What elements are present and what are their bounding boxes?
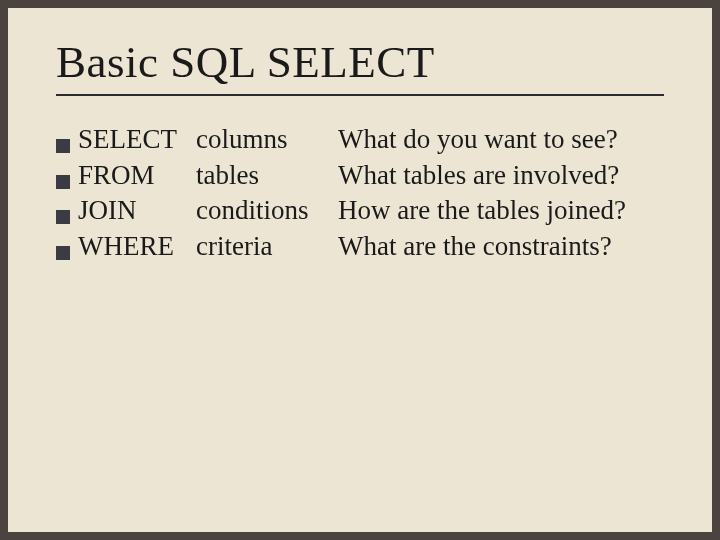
sql-description: What tables are involved? xyxy=(338,158,664,194)
square-bullet-icon xyxy=(56,175,70,189)
square-bullet-icon xyxy=(56,246,70,260)
list-item: JOIN conditions How are the tables joine… xyxy=(56,193,664,229)
sql-argument: conditions xyxy=(196,193,338,229)
sql-argument: tables xyxy=(196,158,338,194)
slide-title: Basic SQL SELECT xyxy=(56,36,664,88)
sql-keyword: JOIN xyxy=(78,193,196,229)
list-item: WHERE criteria What are the constraints? xyxy=(56,229,664,265)
sql-argument: criteria xyxy=(196,229,338,265)
sql-description: How are the tables joined? xyxy=(338,193,664,229)
square-bullet-icon xyxy=(56,139,70,153)
sql-keyword: SELECT xyxy=(78,122,196,158)
list-item: FROM tables What tables are involved? xyxy=(56,158,664,194)
sql-argument: columns xyxy=(196,122,338,158)
list-item: SELECT columns What do you want to see? xyxy=(56,122,664,158)
slide-frame: Basic SQL SELECT SELECT columns What do … xyxy=(0,0,720,540)
sql-keyword: FROM xyxy=(78,158,196,194)
slide: Basic SQL SELECT SELECT columns What do … xyxy=(8,8,712,532)
sql-description: What are the constraints? xyxy=(338,229,664,265)
square-bullet-icon xyxy=(56,210,70,224)
sql-keyword: WHERE xyxy=(78,229,196,265)
title-rule xyxy=(56,94,664,96)
slide-content: SELECT columns What do you want to see? … xyxy=(56,122,664,265)
sql-description: What do you want to see? xyxy=(338,122,664,158)
